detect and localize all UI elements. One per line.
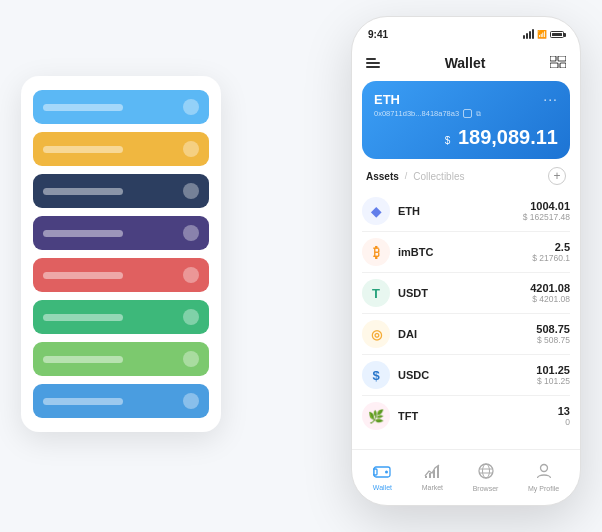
svg-rect-0	[550, 56, 556, 61]
asset-icon: ◆	[362, 197, 390, 225]
status-icons: 📶	[523, 29, 564, 39]
svg-rect-10	[437, 466, 439, 478]
signal-icon	[523, 29, 534, 39]
card-item	[33, 342, 209, 376]
asset-amount-main: 2.5	[532, 241, 570, 253]
asset-amount-usd: $ 162517.48	[523, 212, 570, 222]
assets-header: Assets / Collectibles +	[352, 167, 580, 191]
scene: 9:41 📶 Wallet	[21, 16, 581, 516]
eth-balance: $ 189,089.11	[374, 126, 558, 149]
copy-icon[interactable]	[463, 109, 472, 118]
eth-balance-currency: $	[445, 135, 451, 146]
asset-name: USDT	[398, 287, 530, 299]
profile-nav-icon	[536, 463, 552, 483]
card-item	[33, 174, 209, 208]
asset-amount-main: 4201.08	[530, 282, 570, 294]
nav-profile-label: My Profile	[528, 485, 559, 492]
status-bar: 9:41 📶	[352, 17, 580, 45]
asset-icon: ◎	[362, 320, 390, 348]
svg-rect-1	[558, 56, 566, 61]
asset-amounts: 2.5$ 21760.1	[532, 241, 570, 263]
card-item	[33, 216, 209, 250]
asset-row[interactable]: $USDC101.25$ 101.25	[362, 355, 570, 396]
asset-amounts: 4201.08$ 4201.08	[530, 282, 570, 304]
wifi-icon: 📶	[537, 30, 547, 39]
eth-card-top: ETH ···	[374, 91, 558, 107]
svg-point-12	[482, 464, 489, 478]
nav-browser-label: Browser	[473, 485, 499, 492]
asset-row[interactable]: ₿imBTC2.5$ 21760.1	[362, 232, 570, 273]
card-stack	[21, 76, 221, 432]
nav-market[interactable]: Market	[422, 464, 443, 491]
eth-card: ETH ··· 0x08711d3b...8418a78a3 ⧉ $ 189,0…	[362, 81, 570, 159]
svg-rect-9	[433, 470, 435, 478]
asset-icon: T	[362, 279, 390, 307]
asset-icon: 🌿	[362, 402, 390, 430]
asset-amount-main: 101.25	[536, 364, 570, 376]
phone: 9:41 📶 Wallet	[351, 16, 581, 506]
asset-icon: ₿	[362, 238, 390, 266]
expand-icon[interactable]	[550, 56, 566, 71]
card-item	[33, 90, 209, 124]
asset-row[interactable]: 🌿TFT130	[362, 396, 570, 436]
asset-amount-main: 1004.01	[523, 200, 570, 212]
asset-amount-usd: $ 508.75	[536, 335, 570, 345]
bottom-nav: Wallet Market	[352, 449, 580, 505]
card-item	[33, 132, 209, 166]
phone-header: Wallet	[352, 45, 580, 81]
asset-amounts: 508.75$ 508.75	[536, 323, 570, 345]
nav-browser[interactable]: Browser	[473, 463, 499, 492]
tab-assets[interactable]: Assets	[366, 171, 399, 182]
asset-amount-usd: $ 4201.08	[530, 294, 570, 304]
header-title: Wallet	[445, 55, 486, 71]
eth-menu-dots[interactable]: ···	[543, 91, 558, 107]
asset-list: ◆ETH1004.01$ 162517.48₿imBTC2.5$ 21760.1…	[352, 191, 580, 449]
asset-name: USDC	[398, 369, 536, 381]
asset-amount-usd: $ 21760.1	[532, 253, 570, 263]
asset-name: TFT	[398, 410, 558, 422]
menu-icon[interactable]	[366, 58, 380, 68]
nav-wallet-label: Wallet	[373, 484, 392, 491]
svg-rect-5	[373, 469, 377, 475]
wallet-nav-icon	[373, 464, 391, 482]
market-nav-icon	[424, 464, 440, 482]
nav-profile[interactable]: My Profile	[528, 463, 559, 492]
asset-name: ETH	[398, 205, 523, 217]
assets-tabs: Assets / Collectibles	[366, 171, 464, 182]
asset-amounts: 101.25$ 101.25	[536, 364, 570, 386]
add-asset-button[interactable]: +	[548, 167, 566, 185]
asset-amount-main: 13	[558, 405, 570, 417]
browser-nav-icon	[478, 463, 494, 483]
asset-row[interactable]: TUSDT4201.08$ 4201.08	[362, 273, 570, 314]
card-item	[33, 258, 209, 292]
asset-amounts: 130	[558, 405, 570, 427]
eth-symbol: ETH	[374, 92, 400, 107]
asset-amount-usd: 0	[558, 417, 570, 427]
asset-name: imBTC	[398, 246, 532, 258]
svg-point-6	[385, 471, 388, 474]
asset-amount-usd: $ 101.25	[536, 376, 570, 386]
asset-row[interactable]: ◆ETH1004.01$ 162517.48	[362, 191, 570, 232]
tab-separator: /	[405, 171, 408, 181]
svg-rect-7	[425, 476, 427, 478]
svg-rect-2	[550, 63, 558, 68]
svg-rect-3	[560, 63, 566, 68]
asset-name: DAI	[398, 328, 536, 340]
asset-icon: $	[362, 361, 390, 389]
svg-point-11	[479, 464, 493, 478]
svg-point-15	[540, 465, 547, 472]
asset-row[interactable]: ◎DAI508.75$ 508.75	[362, 314, 570, 355]
card-item	[33, 384, 209, 418]
tab-collectibles[interactable]: Collectibles	[413, 171, 464, 182]
status-time: 9:41	[368, 29, 388, 40]
battery-icon	[550, 31, 564, 38]
card-item	[33, 300, 209, 334]
eth-address: 0x08711d3b...8418a78a3 ⧉	[374, 109, 558, 118]
nav-market-label: Market	[422, 484, 443, 491]
svg-rect-8	[429, 473, 431, 478]
asset-amounts: 1004.01$ 162517.48	[523, 200, 570, 222]
nav-wallet[interactable]: Wallet	[373, 464, 392, 491]
asset-amount-main: 508.75	[536, 323, 570, 335]
